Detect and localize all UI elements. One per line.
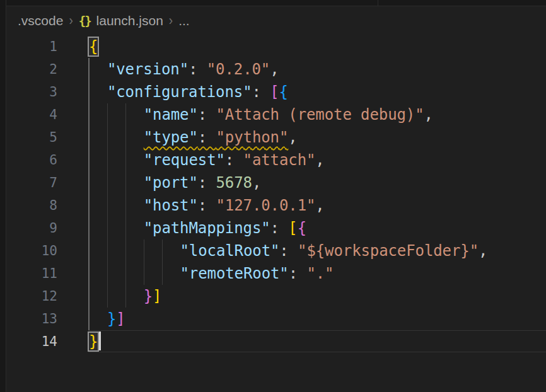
- token: ,: [424, 106, 433, 124]
- code-line-current: 14 }: [7, 330, 546, 353]
- breadcrumb-folder[interactable]: .vscode: [18, 13, 63, 28]
- token: }: [107, 310, 116, 328]
- vscode-editor-window: { "breadcrumb": { "folder": ".vscode", "…: [0, 0, 546, 392]
- token: :: [198, 174, 216, 192]
- line-number[interactable]: 1: [7, 35, 89, 58]
- token: "port": [144, 174, 198, 192]
- token: }: [144, 287, 153, 305]
- code-line: 12 }]: [7, 285, 546, 308]
- tab-bar-edge: [0, 0, 546, 6]
- code-line: 4 "name": "Attach (remote debug)",: [7, 103, 546, 126]
- line-number[interactable]: 12: [7, 285, 89, 308]
- line-number[interactable]: 8: [7, 194, 89, 217]
- code-line: 9 "pathMappings": [{: [7, 217, 546, 239]
- token: "version": [107, 61, 189, 78]
- code-line: 3 "configurations": [{: [7, 81, 546, 103]
- token: ,: [252, 174, 261, 192]
- line-number[interactable]: 4: [7, 103, 89, 126]
- token: "host": [144, 197, 198, 214]
- token: "pathMappings": [144, 219, 270, 237]
- breadcrumb-symbol[interactable]: ...: [178, 13, 190, 28]
- line-number[interactable]: 9: [7, 217, 89, 239]
- line-number[interactable]: 3: [7, 81, 89, 103]
- code-line-warning: 5 "type": "python",: [7, 126, 546, 149]
- line-number[interactable]: 10: [7, 239, 89, 262]
- code-line: 11 "remoteRoot": ".": [7, 262, 546, 285]
- token: ]: [116, 310, 125, 328]
- warning-squiggle-span: "type": "python": [144, 129, 289, 146]
- token: "0.2.0": [207, 61, 270, 78]
- code-line: 10 "localRoot": "${workspaceFolder}",: [7, 239, 546, 262]
- line-number[interactable]: 2: [7, 58, 89, 81]
- token: ,: [315, 151, 324, 169]
- code-line: 1 {: [7, 35, 546, 58]
- token: "localRoot": [180, 242, 279, 260]
- line-number[interactable]: 13: [7, 308, 89, 330]
- token: :: [198, 129, 216, 146]
- line-number[interactable]: 5: [7, 126, 89, 149]
- code-line: 8 "host": "127.0.0.1",: [7, 194, 546, 217]
- token: "python": [216, 129, 289, 146]
- token: "configurations": [107, 83, 252, 101]
- token: "${workspaceFolder}": [298, 242, 479, 260]
- code-line: 2 "version": "0.2.0",: [7, 58, 546, 81]
- token: :: [198, 106, 216, 124]
- token: "type": [144, 129, 198, 146]
- editor-pane[interactable]: 1 { 2 "version": "0.2.0", 3 "configurati…: [7, 35, 546, 392]
- line-number[interactable]: 6: [7, 149, 89, 171]
- json-file-icon: {}: [79, 14, 91, 28]
- sidebar-edge: [0, 0, 6, 392]
- tab-divider: [378, 0, 378, 6]
- token: [: [270, 83, 279, 101]
- text-cursor: [99, 331, 101, 350]
- token: 5678: [216, 174, 252, 192]
- line-number[interactable]: 7: [7, 171, 89, 194]
- matched-bracket: }: [89, 333, 98, 350]
- token: {: [279, 83, 288, 101]
- line-number[interactable]: 11: [7, 262, 89, 285]
- code-line: 7 "port": 5678,: [7, 171, 546, 194]
- token: :: [252, 83, 270, 101]
- code-line: 6 "request": "attach",: [7, 149, 546, 171]
- token: :: [279, 242, 298, 260]
- token: ".": [306, 265, 334, 282]
- breadcrumb: .vscode › {} launch.json › ...: [7, 7, 546, 35]
- token: :: [198, 197, 216, 214]
- token: ,: [315, 197, 324, 214]
- token: ,: [270, 61, 279, 78]
- token: "Attach (remote debug)": [216, 106, 424, 124]
- token: :: [270, 219, 289, 237]
- chevron-right-icon: ›: [69, 13, 73, 28]
- matched-bracket: {: [89, 38, 98, 55]
- token: [: [288, 219, 297, 237]
- token: "remoteRoot": [180, 265, 288, 282]
- token: "name": [144, 106, 198, 124]
- token: ,: [479, 242, 487, 260]
- line-number[interactable]: 14: [7, 330, 89, 353]
- token: ,: [288, 129, 297, 146]
- token: ]: [153, 287, 161, 305]
- token: :: [189, 61, 207, 78]
- breadcrumb-file[interactable]: launch.json: [96, 13, 163, 28]
- chevron-right-icon: ›: [169, 13, 173, 28]
- token: "127.0.0.1": [216, 197, 316, 214]
- token: "attach": [243, 151, 316, 169]
- token: {: [298, 219, 306, 237]
- code-line: 13 }]: [7, 308, 546, 330]
- token: :: [289, 265, 307, 282]
- token: :: [225, 151, 243, 169]
- token: "request": [144, 151, 225, 169]
